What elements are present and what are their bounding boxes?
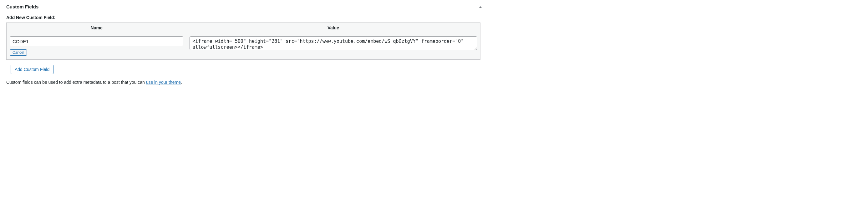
theme-docs-link[interactable]: use in your theme	[146, 80, 181, 85]
custom-fields-panel: Custom Fields Add New Custom Field: Name…	[0, 0, 487, 85]
column-header-name: Name	[6, 23, 186, 33]
panel-title: Custom Fields	[6, 4, 480, 9]
description-prefix: Custom fields can be used to add extra m…	[6, 80, 146, 85]
description-suffix: .	[181, 80, 182, 85]
column-header-value: Value	[186, 23, 480, 33]
svg-marker-0	[479, 6, 482, 8]
cancel-button[interactable]: Cancel	[10, 49, 27, 56]
custom-field-table: Name Value Cancel	[6, 23, 480, 60]
add-custom-field-button[interactable]: Add Custom Field	[11, 65, 54, 74]
field-name-input[interactable]	[10, 36, 183, 46]
triangle-up-icon	[479, 5, 482, 10]
field-value-textarea[interactable]	[190, 36, 477, 50]
description-text: Custom fields can be used to add extra m…	[6, 80, 480, 85]
add-new-heading: Add New Custom Field:	[6, 15, 480, 20]
collapse-panel-button[interactable]	[476, 3, 485, 11]
